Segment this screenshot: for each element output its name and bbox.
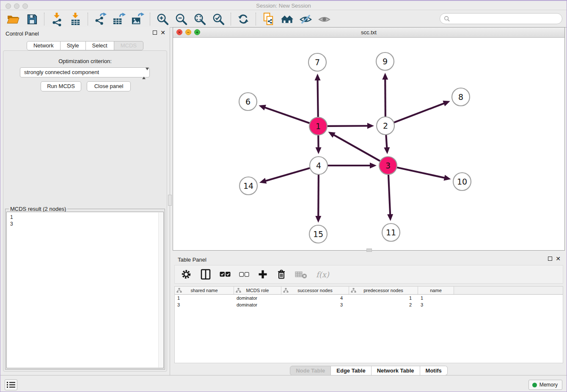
function-builder-icon[interactable]: f(x) xyxy=(316,270,329,279)
svg-text:4: 4 xyxy=(316,161,321,170)
add-column-icon[interactable] xyxy=(258,269,268,279)
refresh-view-icon[interactable] xyxy=(236,12,251,26)
edge-3-11[interactable] xyxy=(387,174,393,221)
control-panel-title: Control Panel xyxy=(6,30,39,37)
vertical-splitter-handle[interactable] xyxy=(168,195,172,206)
tab-style[interactable]: Style xyxy=(61,41,86,50)
network-canvas[interactable]: 7968124314101511 xyxy=(173,38,564,250)
zoom-out-icon[interactable] xyxy=(173,12,189,26)
export-table-icon[interactable] xyxy=(111,12,127,26)
edge-4-15[interactable] xyxy=(315,174,321,223)
edge-1-7[interactable] xyxy=(315,74,321,118)
hide-visibility-icon[interactable] xyxy=(298,12,313,26)
float-table-panel-icon[interactable] xyxy=(548,257,552,261)
result-scrollbar[interactable] xyxy=(158,213,163,367)
graph-node-6[interactable]: 6 xyxy=(239,93,257,110)
memory-label: Memory xyxy=(539,382,558,388)
main-toolbar xyxy=(0,11,567,28)
mcds-result-lines: 13 xyxy=(10,214,163,227)
export-image-icon[interactable] xyxy=(130,12,145,26)
mcds-tab-content: Optimization criterion: strongly connect… xyxy=(3,50,167,372)
memory-button[interactable]: Memory xyxy=(528,380,562,390)
node-table-header-row: shared nameMCDS rolesuccessor nodesprede… xyxy=(175,287,563,295)
graph-node-4[interactable]: 4 xyxy=(310,157,328,174)
show-visibility-icon[interactable] xyxy=(317,12,332,26)
float-panel-icon[interactable] xyxy=(153,30,157,35)
svg-text:11: 11 xyxy=(386,228,396,237)
graph-node-15[interactable]: 15 xyxy=(309,225,327,243)
tab-network-table[interactable]: Network Table xyxy=(372,366,420,375)
close-table-panel-icon[interactable]: ✕ xyxy=(556,257,561,261)
show-panels-button[interactable] xyxy=(5,379,17,390)
horizontal-splitter-handle[interactable] xyxy=(366,248,372,252)
edge-2-3[interactable] xyxy=(384,134,390,154)
svg-text:14: 14 xyxy=(243,181,253,190)
window-title: Session: New Session xyxy=(0,3,567,9)
search-field[interactable] xyxy=(440,13,562,24)
table-row[interactable]: 3dominator323 xyxy=(175,301,563,308)
graph-node-11[interactable]: 11 xyxy=(382,224,400,241)
zoom-fit-icon[interactable] xyxy=(192,12,207,26)
delete-column-icon[interactable] xyxy=(276,269,286,280)
table-options-gear-icon[interactable] xyxy=(181,269,192,280)
open-network-documents-icon[interactable] xyxy=(261,12,276,26)
graph-node-2[interactable]: 2 xyxy=(377,117,394,135)
edge-4-14[interactable] xyxy=(259,168,311,184)
graph-node-7[interactable]: 7 xyxy=(308,53,326,71)
table-row[interactable]: 1dominator411 xyxy=(175,295,563,301)
table-panel: Table Panel ✕ xyxy=(173,253,565,375)
tab-node-table[interactable]: Node Table xyxy=(290,366,331,375)
delete-table-icon[interactable] xyxy=(295,270,308,279)
table-cell: 3 xyxy=(418,301,454,308)
tab-mcds[interactable]: MCDS xyxy=(114,41,143,50)
tab-edge-table[interactable]: Edge Table xyxy=(331,366,371,375)
search-input[interactable] xyxy=(452,16,562,22)
graph-node-8[interactable]: 8 xyxy=(452,88,470,106)
close-panel-button[interactable]: Close panel xyxy=(87,81,131,91)
select-stepper-icon xyxy=(142,69,146,76)
tab-network[interactable]: Network xyxy=(27,41,61,50)
mcds-result-title: MCDS result (2 nodes) xyxy=(9,206,67,212)
show-home-networks-icon[interactable] xyxy=(279,12,295,26)
run-mcds-button[interactable]: Run MCDS xyxy=(41,81,81,91)
unselect-all-columns-icon[interactable] xyxy=(239,272,249,277)
close-panel-icon[interactable]: ✕ xyxy=(160,30,165,35)
edge-1-4[interactable] xyxy=(316,134,322,154)
column-header-successor-nodes[interactable]: successor nodes xyxy=(281,287,349,294)
edge-3-10[interactable] xyxy=(396,167,451,181)
select-all-columns-icon[interactable] xyxy=(220,271,231,277)
table-cell: 3 xyxy=(175,301,234,308)
graph-node-3[interactable]: 3 xyxy=(379,157,397,174)
network-window-titlebar[interactable]: ✕ − + scc.txt xyxy=(173,28,564,38)
zoom-selected-icon[interactable] xyxy=(211,12,226,26)
edge-3-1[interactable] xyxy=(328,132,381,161)
column-header-shared-name[interactable]: shared name xyxy=(175,287,234,294)
svg-text:7: 7 xyxy=(315,58,320,67)
graph-node-9[interactable]: 9 xyxy=(376,52,394,70)
graph-node-10[interactable]: 10 xyxy=(453,173,471,190)
column-header-name[interactable]: name xyxy=(418,287,454,294)
edge-1-6[interactable] xyxy=(259,105,311,124)
graph-node-14[interactable]: 14 xyxy=(239,177,257,195)
export-network-icon[interactable] xyxy=(93,12,108,26)
svg-text:15: 15 xyxy=(313,229,323,239)
import-network-icon[interactable] xyxy=(49,12,64,26)
save-session-icon[interactable] xyxy=(24,12,39,26)
import-table-icon[interactable] xyxy=(68,12,83,26)
edge-4-3[interactable] xyxy=(327,163,377,168)
zoom-in-icon[interactable] xyxy=(155,12,170,26)
table-toolbar: f(x) xyxy=(174,265,563,284)
show-column-icon[interactable] xyxy=(200,269,211,280)
edge-2-9[interactable] xyxy=(382,73,388,118)
tab-motifs[interactable]: Motifs xyxy=(420,366,448,375)
graph-node-1[interactable]: 1 xyxy=(309,117,327,135)
edge-1-2[interactable] xyxy=(326,123,374,129)
column-header-mcds-role[interactable]: MCDS role xyxy=(234,287,281,294)
column-header-predecessor-nodes[interactable]: predecessor nodes xyxy=(349,287,418,294)
tab-select[interactable]: Select xyxy=(86,41,114,50)
criterion-select[interactable]: strongly connected component xyxy=(20,67,150,77)
mcds-result-area[interactable]: 13 xyxy=(6,212,164,368)
table-cell: 1 xyxy=(349,295,418,301)
edge-2-8[interactable] xyxy=(393,101,450,123)
open-folder-icon[interactable] xyxy=(6,12,21,26)
